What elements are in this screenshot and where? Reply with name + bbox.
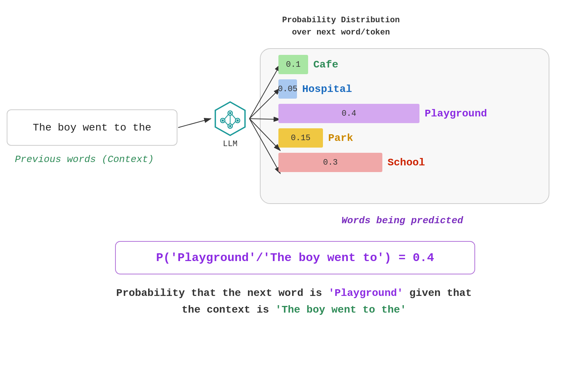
desc-line1-plain: Probability that the next word is bbox=[116, 287, 328, 299]
svg-line-9 bbox=[232, 122, 235, 125]
llm-label: LLM bbox=[223, 139, 238, 149]
words-predicted-label: Words being predicted bbox=[342, 215, 463, 226]
bar-row-playground: 0.4 Playground bbox=[278, 104, 487, 123]
llm-container: LLM bbox=[212, 100, 249, 149]
desc-line2-highlight: 'The boy went to the' bbox=[275, 304, 406, 316]
bar-park: 0.15 bbox=[278, 128, 323, 148]
input-text: The boy went to the bbox=[33, 122, 151, 133]
formula-box: P('Playground'/'The boy went to') = 0.4 bbox=[115, 241, 475, 274]
llm-icon bbox=[212, 100, 249, 137]
prev-words-label: Previous words (Context) bbox=[15, 154, 154, 165]
bar-row-hospital: 0.05 Hospital bbox=[278, 79, 487, 99]
prob-title: Probability Distribution over next word/… bbox=[282, 14, 400, 39]
svg-line-6 bbox=[224, 114, 229, 119]
word-park: Park bbox=[328, 132, 353, 144]
svg-point-11 bbox=[222, 119, 224, 122]
word-school: School bbox=[388, 157, 425, 168]
bar-playground: 0.4 bbox=[278, 104, 419, 123]
bar-row-cafe: 0.1 Cafe bbox=[278, 55, 487, 74]
bars-container: 0.1 Cafe 0.05 Hospital 0.4 Playground 0.… bbox=[278, 55, 487, 172]
svg-line-7 bbox=[232, 114, 236, 119]
svg-line-15 bbox=[178, 119, 211, 128]
svg-line-8 bbox=[225, 122, 228, 125]
main-container: Probability Distribution over next word/… bbox=[0, 0, 588, 366]
desc-line1-end: given that bbox=[403, 287, 472, 299]
svg-point-13 bbox=[229, 125, 231, 127]
word-cafe: Cafe bbox=[313, 59, 338, 70]
description-line2: the context is 'The boy went to the' bbox=[0, 304, 588, 316]
svg-point-10 bbox=[229, 112, 231, 114]
word-hospital: Hospital bbox=[302, 83, 352, 95]
desc-line2-plain: the context is bbox=[182, 304, 275, 316]
bar-row-park: 0.15 Park bbox=[278, 128, 487, 148]
bar-cafe: 0.1 bbox=[278, 55, 308, 74]
bar-row-school: 0.3 School bbox=[278, 153, 487, 172]
desc-line1-highlight: 'Playground' bbox=[328, 287, 403, 299]
svg-point-12 bbox=[236, 119, 239, 122]
description-line1: Probability that the next word is 'Playg… bbox=[0, 287, 588, 299]
formula-text: P('Playground'/'The boy went to') = 0.4 bbox=[156, 251, 434, 265]
word-playground: Playground bbox=[425, 108, 487, 119]
bar-hospital: 0.05 bbox=[278, 79, 297, 99]
bar-school: 0.3 bbox=[278, 153, 382, 172]
input-text-box: The boy went to the bbox=[7, 109, 177, 146]
